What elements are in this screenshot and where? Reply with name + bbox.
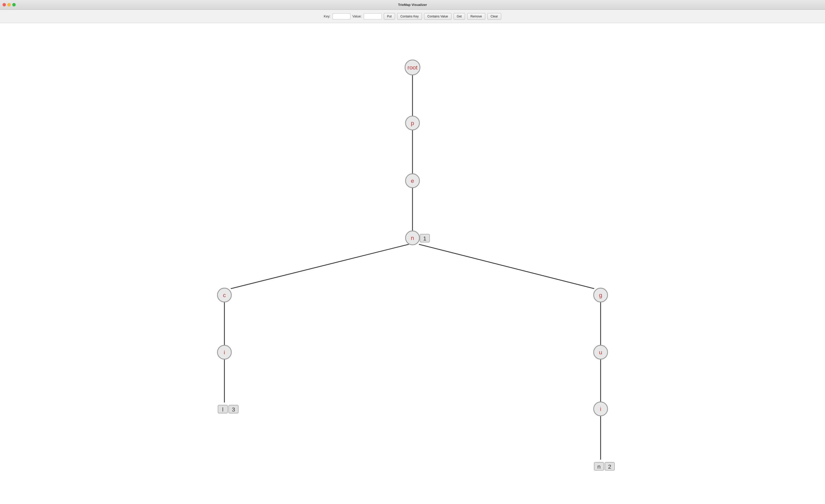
minimize-button[interactable] xyxy=(7,3,11,6)
tree-svg: root p e n 1 c xyxy=(0,23,825,504)
remove-button[interactable]: Remove xyxy=(467,13,485,20)
close-button[interactable] xyxy=(3,3,6,6)
node-value-text-l-letter: l xyxy=(222,406,223,413)
canvas-area: root p e n 1 c xyxy=(0,23,825,504)
node-label-i-right: i xyxy=(600,406,601,412)
node-e: e xyxy=(405,174,420,188)
get-button[interactable]: Get xyxy=(454,13,465,20)
node-n: n 1 xyxy=(405,231,430,245)
node-label-p: p xyxy=(411,120,414,126)
node-value-text-n2-num: 2 xyxy=(608,463,611,470)
node-label-g: g xyxy=(599,292,602,298)
node-label-e: e xyxy=(411,177,414,184)
node-u: u xyxy=(594,345,608,359)
clear-button[interactable]: Clear xyxy=(487,13,502,20)
key-input[interactable] xyxy=(332,13,351,19)
node-i-left: i xyxy=(217,345,231,359)
value-input[interactable] xyxy=(364,13,382,19)
node-root: root xyxy=(405,60,420,75)
node-label-n: n xyxy=(411,234,414,241)
node-l: l 3 xyxy=(218,405,238,413)
node-i-right: i xyxy=(594,402,608,416)
maximize-button[interactable] xyxy=(12,3,16,6)
node-label-root: root xyxy=(407,64,418,71)
node-label-u: u xyxy=(599,349,602,356)
edge-n-c xyxy=(231,244,409,289)
node-value-text-n2-letter: n xyxy=(597,463,601,470)
traffic-lights xyxy=(3,3,16,6)
node-label-i-left: i xyxy=(224,349,225,356)
contains-key-button[interactable]: Contains Key xyxy=(397,13,422,20)
titlebar: TrieMap Visualizer xyxy=(0,0,825,10)
node-g: g xyxy=(594,288,608,302)
edge-n-g xyxy=(419,244,594,289)
node-value-text-n: 1 xyxy=(423,235,427,242)
node-label-c: c xyxy=(223,292,226,298)
node-n2: n 2 xyxy=(594,462,614,470)
put-button[interactable]: Put xyxy=(384,13,395,20)
node-c: c xyxy=(217,288,231,302)
toolbar: Key: Value: Put Contains Key Contains Va… xyxy=(0,10,825,23)
nodes: root p e n 1 c xyxy=(217,60,614,471)
value-label: Value: xyxy=(353,14,362,18)
window-title: TrieMap Visualizer xyxy=(398,3,427,7)
contains-value-button[interactable]: Contains Value xyxy=(424,13,451,20)
node-p: p xyxy=(405,116,420,130)
key-label: Key: xyxy=(324,14,330,18)
node-value-text-l-num: 3 xyxy=(232,406,235,413)
